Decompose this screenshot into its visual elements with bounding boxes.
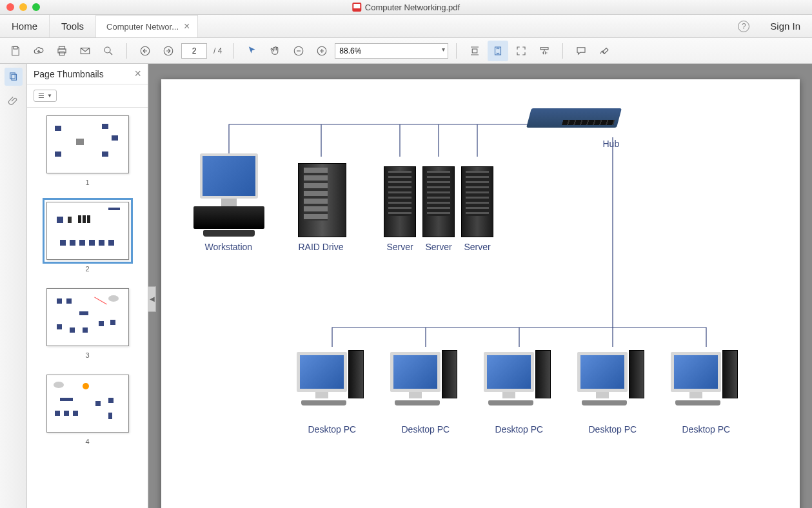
desktop-pc-device <box>390 350 457 405</box>
server-label: Server <box>387 242 413 252</box>
raid-device <box>298 163 346 237</box>
tab-document-label: Computer Networ... <box>106 22 179 32</box>
hand-tool-icon[interactable] <box>265 41 286 61</box>
next-page-icon[interactable] <box>158 41 179 61</box>
thumbnail-2[interactable]: 2 <box>27 202 148 273</box>
desktop-pc-label: Desktop PC <box>682 424 731 435</box>
sign-icon[interactable] <box>594 41 615 61</box>
save-icon[interactable] <box>5 41 26 61</box>
desktop-pc-device <box>577 350 644 405</box>
tab-close-icon[interactable]: × <box>184 21 190 32</box>
comment-icon[interactable] <box>571 41 591 61</box>
server-label: Server <box>464 242 491 252</box>
desktop-pc-device <box>297 350 364 405</box>
server-device <box>422 166 455 237</box>
thumbnail-label: 1 <box>85 179 89 186</box>
thumbnail-4[interactable]: 4 <box>27 375 148 445</box>
zoom-select[interactable] <box>335 43 448 59</box>
desktop-pc-device <box>671 350 738 405</box>
read-mode-icon[interactable] <box>534 41 555 61</box>
svg-rect-3 <box>59 52 64 55</box>
pdf-page: Hub Workstation RAID Drive Server Server… <box>161 79 800 508</box>
close-panel-icon[interactable]: × <box>134 67 141 81</box>
svg-rect-14 <box>12 74 17 80</box>
tab-tools[interactable]: Tools <box>50 15 96 37</box>
thumbnail-1[interactable]: 1 <box>27 115 148 186</box>
server-label: Server <box>426 242 452 252</box>
hub-label: Hub <box>603 139 620 149</box>
svg-rect-12 <box>540 47 548 49</box>
thumbnail-label: 3 <box>85 351 89 359</box>
collapse-panel-icon[interactable]: ◀ <box>148 286 156 312</box>
attachments-rail-icon[interactable] <box>5 92 23 110</box>
zoom-out-icon[interactable] <box>288 41 309 61</box>
window-titlebar: Computer Networking.pdf <box>0 0 812 15</box>
thumbnails-title: Page Thumbnails <box>34 69 104 79</box>
cloud-icon[interactable] <box>28 41 49 61</box>
zoom-in-icon[interactable] <box>312 41 332 61</box>
server-device <box>461 166 493 237</box>
svg-point-5 <box>104 47 110 53</box>
tab-document[interactable]: Computer Networ... × <box>96 15 198 37</box>
server-device <box>384 166 416 237</box>
thumbnail-label: 4 <box>85 438 89 445</box>
main-toolbar: / 4 <box>0 38 812 64</box>
window-title: Computer Networking.pdf <box>365 3 460 12</box>
thumbnails-list[interactable]: 1 2 <box>27 108 148 508</box>
fit-page-icon[interactable] <box>488 41 508 61</box>
app-tabs: Home Tools Computer Networ... × ? Sign I… <box>0 15 812 38</box>
desktop-pc-label: Desktop PC <box>589 424 637 435</box>
document-viewport[interactable]: ◀ Hub Workstation RAID D <box>148 64 812 508</box>
thumbnail-options-button[interactable]: ☰▼ <box>34 90 57 102</box>
desktop-pc-label: Desktop PC <box>308 424 357 435</box>
page-number-input[interactable] <box>181 43 207 59</box>
search-icon[interactable] <box>98 41 119 61</box>
desktop-pc-label: Desktop PC <box>402 424 450 435</box>
workstation-label: Workstation <box>205 242 253 252</box>
svg-rect-0 <box>14 46 17 49</box>
fullscreen-icon[interactable] <box>511 41 531 61</box>
diagram-wires <box>161 79 800 508</box>
pdf-file-icon <box>352 3 361 12</box>
thumbnails-panel: Page Thumbnails × ☰▼ 1 <box>27 64 148 508</box>
side-rail <box>0 64 27 508</box>
thumbnail-label: 2 <box>85 265 89 273</box>
thumbnails-rail-icon[interactable] <box>5 68 23 86</box>
tab-home[interactable]: Home <box>0 15 50 37</box>
raid-label: RAID Drive <box>299 242 344 252</box>
select-tool-icon[interactable] <box>242 41 262 61</box>
prev-page-icon[interactable] <box>135 41 155 61</box>
maximize-window-icon[interactable] <box>32 3 40 11</box>
minimize-window-icon[interactable] <box>19 3 27 11</box>
sign-in-button[interactable]: Sign In <box>758 15 812 37</box>
print-icon[interactable] <box>52 41 72 61</box>
close-window-icon[interactable] <box>6 3 14 11</box>
thumbnail-3[interactable]: 3 <box>27 288 148 359</box>
desktop-pc-label: Desktop PC <box>495 424 544 435</box>
fit-width-icon[interactable] <box>464 41 485 61</box>
hub-device <box>526 108 621 128</box>
page-total-label: / 4 <box>213 46 222 55</box>
workstation-device <box>193 153 264 237</box>
help-icon[interactable]: ? <box>738 21 749 32</box>
svg-rect-10 <box>473 49 478 53</box>
svg-rect-13 <box>10 73 15 79</box>
email-icon[interactable] <box>75 41 95 61</box>
desktop-pc-device <box>484 350 551 405</box>
